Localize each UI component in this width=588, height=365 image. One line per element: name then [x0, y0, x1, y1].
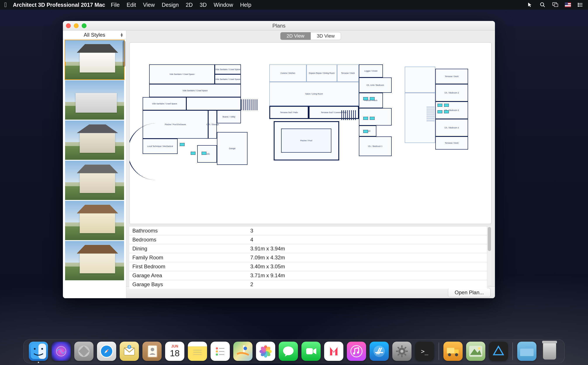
menu-design[interactable]: Design: [162, 2, 179, 8]
minimize-window-icon[interactable]: [74, 23, 79, 28]
open-plan-button[interactable]: Open Plan...: [448, 288, 491, 297]
dock-facetime-icon[interactable]: [301, 342, 321, 361]
dock-photos-icon[interactable]: [256, 342, 275, 361]
table-row[interactable]: Bedrooms4: [129, 235, 487, 244]
svg-point-12: [34, 348, 35, 350]
svg-rect-36: [306, 348, 313, 354]
svg-point-41: [374, 346, 385, 357]
tab-2d-view[interactable]: 2D View: [280, 32, 311, 40]
dock-mail-icon[interactable]: [120, 342, 139, 361]
dock-safari-icon[interactable]: [97, 342, 116, 361]
svg-rect-11: [38, 344, 46, 359]
dock-messages-icon[interactable]: [279, 342, 298, 361]
svg-point-34: [244, 347, 247, 350]
dock-notes-icon[interactable]: [188, 342, 207, 361]
dock-app-landscape-icon[interactable]: [466, 342, 485, 361]
svg-rect-60: [520, 349, 534, 356]
detail-value: 7.09m x 4.32m: [247, 253, 487, 262]
plan-thumbnail[interactable]: [65, 40, 124, 79]
dock-downloads-folder-icon[interactable]: [517, 342, 537, 361]
sidebar-scrollbar[interactable]: [122, 41, 126, 67]
dock-app-truck-icon[interactable]: [443, 342, 463, 361]
floorplan-canvas[interactable]: Vide Sanitaire / Crawl Space Vide Sanita…: [129, 42, 491, 224]
menu-window[interactable]: Window: [214, 2, 233, 8]
dock-app-affinity-icon[interactable]: [489, 342, 508, 361]
detail-label: Garage Area: [129, 271, 247, 280]
menu-edit[interactable]: Edit: [127, 2, 136, 8]
menu-file[interactable]: File: [111, 2, 120, 8]
table-row[interactable]: Garage Area3.71m x 9.14m: [129, 271, 487, 280]
detail-value: 3.91m x 3.94m: [247, 244, 487, 253]
close-window-icon[interactable]: [66, 23, 71, 28]
dock-itunes-icon[interactable]: [347, 342, 366, 361]
dock-terminal-icon[interactable]: >_: [415, 342, 434, 361]
svg-point-30: [216, 353, 218, 356]
details-scrollbar[interactable]: [487, 226, 491, 285]
menu-2d[interactable]: 2D: [186, 2, 193, 8]
plan-thumbnail[interactable]: [65, 161, 124, 200]
dock-finder-icon[interactable]: [29, 342, 48, 361]
app-name[interactable]: Architect 3D Professional 2017 Mac: [13, 2, 105, 8]
dock-contacts-icon[interactable]: [142, 342, 162, 361]
screen-mirroring-icon[interactable]: [552, 2, 558, 8]
svg-point-0: [540, 3, 544, 6]
plan-thumbnail[interactable]: [65, 201, 124, 240]
svg-marker-59: [494, 346, 503, 355]
detail-value: 3: [247, 226, 487, 235]
main-pane: 2D View 3D View Vide Sanitaire / Crawl S…: [126, 31, 495, 298]
floorplan-level-2: Terrasse / Deck Ch. / Bedroom 2 Ch. / Be…: [405, 67, 473, 167]
dock-calendar-icon[interactable]: JUN 18: [165, 342, 184, 361]
detail-value: 2: [247, 280, 487, 289]
view-tabs-row: 2D View 3D View: [126, 31, 495, 42]
table-row[interactable]: Family Room7.09m x 4.32m: [129, 253, 487, 262]
svg-point-58: [478, 347, 481, 350]
maximize-window-icon[interactable]: [82, 23, 86, 28]
window-title: Plans: [272, 23, 285, 29]
plan-details-table: Bathrooms3 Bedrooms4 Dining3.91m x 3.94m…: [129, 226, 487, 289]
svg-point-54: [448, 353, 451, 356]
dock-trash-icon[interactable]: [540, 342, 559, 361]
plan-thumbnail-list[interactable]: [63, 39, 126, 298]
spotlight-search-icon[interactable]: [539, 2, 546, 8]
view-segmented-control: 2D View 3D View: [280, 32, 341, 40]
dock-appstore-icon[interactable]: [369, 342, 389, 361]
dock-maps-icon[interactable]: [233, 342, 253, 361]
dock: JUN 18 >_: [23, 339, 565, 363]
table-row[interactable]: Bathrooms3: [129, 226, 487, 235]
tab-3d-view[interactable]: 3D View: [311, 32, 341, 40]
svg-line-48: [398, 347, 399, 349]
window-titlebar[interactable]: Plans: [63, 21, 495, 31]
dock-news-icon[interactable]: [324, 342, 343, 361]
dock-launchpad-icon[interactable]: [74, 342, 93, 361]
dock-reminders-icon[interactable]: [211, 342, 230, 361]
table-row[interactable]: Dining3.91m x 3.94m: [129, 244, 487, 253]
detail-value: 4: [247, 235, 487, 244]
detail-label: Garage Bays: [129, 280, 247, 289]
apple-menu-icon[interactable]: : [4, 1, 7, 8]
menu-bar:  Architect 3D Professional 2017 Mac Fil…: [0, 0, 588, 10]
menu-view[interactable]: View: [143, 2, 155, 8]
svg-point-38: [351, 346, 362, 357]
svg-line-51: [398, 354, 399, 355]
floorplan-level-1: Cuisine / Kitchen Espace Repas / Dining …: [269, 64, 396, 171]
svg-marker-37: [313, 348, 316, 354]
menu-3d[interactable]: 3D: [200, 2, 207, 8]
style-filter-dropdown[interactable]: All Styles ▲▼: [63, 31, 126, 39]
dock-siri-icon[interactable]: [51, 342, 71, 361]
svg-rect-53: [454, 350, 459, 353]
dock-system-preferences-icon[interactable]: [392, 342, 411, 361]
svg-point-28: [216, 347, 218, 350]
input-language-us-flag-icon[interactable]: [565, 2, 571, 8]
dropdown-updown-icon: ▲▼: [120, 33, 123, 37]
table-row[interactable]: Garage Bays2: [129, 280, 487, 289]
plan-thumbnail[interactable]: [65, 241, 124, 280]
window-traffic-lights: [66, 23, 86, 28]
svg-point-24: [151, 348, 154, 351]
svg-point-9: [578, 6, 579, 7]
plan-thumbnail[interactable]: [65, 120, 124, 160]
table-row[interactable]: First Bedroom3.40m x 3.05m: [129, 262, 487, 271]
cursor-icon[interactable]: [527, 2, 533, 8]
menu-help[interactable]: Help: [240, 2, 251, 8]
plan-thumbnail[interactable]: [65, 80, 124, 120]
notification-center-icon[interactable]: [578, 2, 584, 8]
